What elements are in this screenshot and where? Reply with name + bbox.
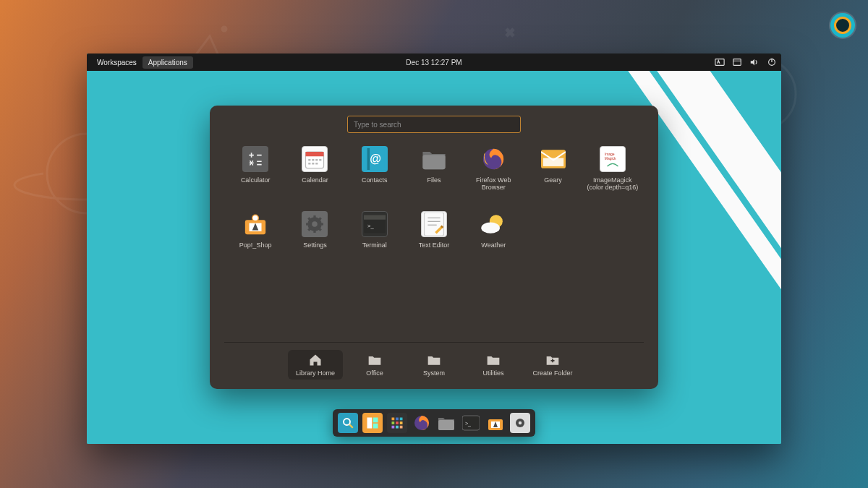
- home-icon: [308, 353, 323, 367]
- dock-workspaces[interactable]: [362, 413, 383, 433]
- input-method-icon[interactable]: [715, 57, 725, 67]
- workspaces-button[interactable]: Workspaces: [91, 56, 142, 69]
- svg-rect-16: [312, 159, 315, 161]
- app-label: Contacts: [362, 176, 388, 184]
- app-settings[interactable]: Settings: [286, 210, 343, 272]
- app-calendar[interactable]: Calendar: [286, 145, 343, 207]
- svg-rect-58: [373, 424, 378, 429]
- imagemagick-icon: ImageMagick: [600, 146, 626, 172]
- app-terminal[interactable]: >_ Terminal: [346, 210, 403, 272]
- svg-rect-21: [316, 163, 318, 165]
- app-label: Files: [427, 176, 441, 184]
- svg-rect-17: [316, 159, 318, 161]
- folder-icon: [367, 353, 382, 367]
- firefox-icon: [480, 146, 506, 172]
- library-label: Library Home: [296, 369, 335, 377]
- library-label: Create Folder: [532, 369, 572, 377]
- app-pop-shop[interactable]: Pop!_Shop: [227, 210, 284, 272]
- svg-line-55: [349, 424, 353, 428]
- dock-apps[interactable]: [387, 413, 407, 433]
- applications-button[interactable]: Applications: [142, 56, 193, 69]
- settings-icon: [302, 211, 328, 237]
- svg-rect-61: [400, 418, 403, 421]
- search-input[interactable]: [347, 116, 521, 133]
- app-geary[interactable]: Geary: [524, 145, 581, 207]
- library-create-folder[interactable]: Create Folder: [525, 350, 580, 380]
- terminal-icon: >_: [362, 211, 388, 237]
- svg-rect-62: [392, 421, 395, 424]
- svg-rect-15: [309, 159, 311, 161]
- app-label: Calendar: [302, 176, 328, 184]
- dock-settings[interactable]: [510, 413, 530, 433]
- app-firefox[interactable]: Firefox Web Browser: [465, 145, 522, 207]
- app-files[interactable]: Files: [406, 145, 462, 207]
- svg-line-41: [309, 218, 311, 220]
- dock-firefox[interactable]: [412, 413, 432, 433]
- app-imagemagick[interactable]: ImageMagick ImageMagick (color depth=q16…: [584, 145, 641, 207]
- svg-text:Image: Image: [605, 152, 615, 156]
- svg-rect-59: [392, 418, 395, 421]
- svg-point-36: [312, 221, 318, 227]
- app-label: Text Editor: [419, 241, 450, 249]
- library-bar: Library Home Office System Utilities Cre…: [210, 343, 658, 389]
- window-icon[interactable]: [732, 57, 742, 67]
- firefox-icon: [413, 414, 430, 432]
- svg-point-1: [222, 27, 226, 31]
- svg-rect-67: [400, 426, 403, 429]
- app-calculator[interactable]: Calculator: [227, 145, 284, 207]
- dock-search[interactable]: [338, 413, 358, 433]
- dock-terminal[interactable]: >_: [461, 413, 481, 433]
- library-label: Office: [366, 369, 383, 377]
- svg-line-43: [309, 228, 311, 230]
- svg-rect-8: [733, 59, 741, 66]
- app-text-editor[interactable]: Text Editor: [406, 210, 462, 272]
- svg-text:@: @: [370, 152, 381, 165]
- dock-files[interactable]: [436, 413, 456, 433]
- app-contacts[interactable]: @ Contacts: [346, 145, 403, 207]
- apps-grid-icon: [391, 416, 404, 429]
- calendar-icon: [302, 146, 328, 172]
- files-icon: [421, 146, 447, 172]
- svg-rect-66: [396, 426, 399, 429]
- svg-rect-19: [309, 163, 311, 165]
- library-utilities[interactable]: Utilities: [466, 350, 521, 380]
- svg-text:Magick: Magick: [605, 156, 616, 160]
- svg-rect-57: [373, 418, 378, 423]
- svg-point-54: [344, 419, 350, 425]
- volume-icon[interactable]: [749, 57, 760, 67]
- dock: >_: [333, 409, 535, 437]
- svg-point-34: [252, 215, 259, 221]
- svg-rect-65: [392, 426, 395, 429]
- svg-rect-69: [438, 420, 454, 430]
- workspaces-app-icon: [366, 416, 379, 429]
- svg-point-53: [482, 222, 501, 233]
- dock-pop-shop[interactable]: [485, 413, 506, 433]
- settings-icon: [514, 416, 527, 429]
- clock[interactable]: Dec 13 12:27 PM: [406, 59, 461, 67]
- svg-rect-18: [320, 159, 322, 161]
- application-launcher: Calculator Calendar @ Contacts Files Fir…: [210, 106, 658, 389]
- search-app-icon: [341, 416, 354, 429]
- svg-point-75: [519, 421, 522, 425]
- app-label: Pop!_Shop: [239, 241, 272, 249]
- svg-rect-48: [424, 213, 443, 236]
- svg-rect-60: [396, 418, 399, 421]
- pop-shop-icon: [487, 414, 504, 432]
- library-system[interactable]: System: [407, 350, 461, 380]
- app-label: Weather: [481, 241, 506, 249]
- library-office[interactable]: Office: [347, 350, 402, 380]
- library-home[interactable]: Library Home: [288, 350, 343, 380]
- folder-icon: [427, 353, 441, 367]
- svg-rect-20: [312, 163, 315, 165]
- terminal-icon: >_: [462, 415, 480, 431]
- svg-line-44: [319, 218, 321, 220]
- svg-rect-28: [542, 158, 563, 166]
- folder-icon: [486, 353, 501, 367]
- svg-text:>_: >_: [465, 421, 471, 427]
- power-icon[interactable]: [767, 57, 777, 67]
- svg-rect-7: [715, 59, 724, 66]
- svg-text:>_: >_: [367, 223, 374, 229]
- app-weather[interactable]: Weather: [465, 210, 522, 272]
- app-label: Geary: [544, 176, 562, 184]
- app-label: Firefox Web Browser: [465, 176, 522, 192]
